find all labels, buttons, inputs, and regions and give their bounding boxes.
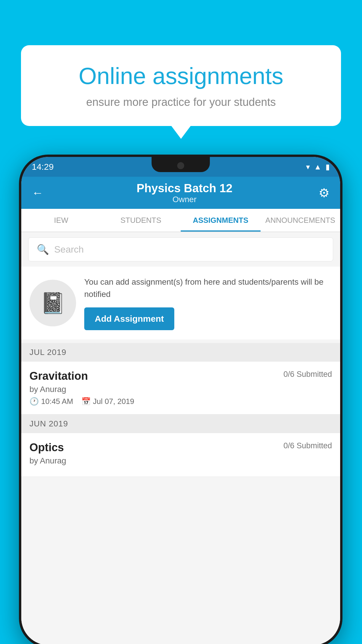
header-title-block: Physics Batch 12 Owner bbox=[50, 182, 319, 204]
status-time: 14:29 bbox=[32, 162, 54, 172]
speech-bubble-container: Online assignments ensure more practice … bbox=[21, 45, 341, 126]
tab-iew[interactable]: IEW bbox=[21, 209, 101, 232]
app-header: ← Physics Batch 12 Owner ⚙ bbox=[21, 177, 340, 209]
assignment-by-gravitation: by Anurag bbox=[29, 385, 332, 394]
section-jun-2019: JUN 2019 bbox=[21, 414, 340, 433]
header-title: Physics Batch 12 bbox=[50, 182, 319, 195]
assignment-top: Gravitation 0/6 Submitted bbox=[29, 370, 332, 382]
assignment-name-optics: Optics bbox=[29, 441, 64, 454]
back-button[interactable]: ← bbox=[32, 186, 43, 200]
tab-assignments[interactable]: ASSIGNMENTS bbox=[181, 209, 261, 232]
promo-icon-circle: 📓 bbox=[29, 280, 76, 326]
assignment-name-gravitation: Gravitation bbox=[29, 370, 88, 382]
status-icons: ▾ ▲ ▮ bbox=[306, 162, 330, 172]
search-placeholder: Search bbox=[54, 244, 84, 255]
promo-right: You can add assignment(s) from here and … bbox=[84, 276, 332, 330]
content-area: 🔍 Search 📓 You can add assignment(s) fro… bbox=[21, 232, 340, 644]
notch bbox=[152, 157, 210, 172]
bubble-title: Online assignments bbox=[41, 63, 321, 90]
assignment-submitted-gravitation: 0/6 Submitted bbox=[283, 370, 332, 379]
promo-text: You can add assignment(s) from here and … bbox=[84, 276, 332, 300]
assignment-meta-gravitation: 🕐 10:45 AM 📅 Jul 07, 2019 bbox=[29, 397, 332, 406]
phone-frame: 14:29 ▾ ▲ ▮ ← Physics Batch 12 Owner ⚙ bbox=[19, 155, 342, 644]
assignment-by-optics: by Anurag bbox=[29, 456, 332, 466]
notebook-icon: 📓 bbox=[40, 291, 66, 315]
signal-icon: ▲ bbox=[314, 162, 321, 172]
tab-students[interactable]: STUDENTS bbox=[101, 209, 181, 232]
assignment-optics[interactable]: Optics 0/6 Submitted by Anurag bbox=[21, 433, 340, 477]
assignment-date-gravitation: Jul 07, 2019 bbox=[93, 397, 134, 406]
phone-inner: 14:29 ▾ ▲ ▮ ← Physics Batch 12 Owner ⚙ bbox=[21, 157, 340, 644]
assignment-time-gravitation: 10:45 AM bbox=[41, 397, 73, 406]
bubble-subtitle: ensure more practice for your students bbox=[41, 96, 321, 108]
speech-bubble: Online assignments ensure more practice … bbox=[21, 45, 341, 126]
front-camera bbox=[177, 162, 184, 169]
search-bar[interactable]: 🔍 Search bbox=[28, 237, 333, 261]
battery-icon: ▮ bbox=[326, 162, 330, 172]
header-subtitle: Owner bbox=[50, 195, 319, 204]
screen-content: 14:29 ▾ ▲ ▮ ← Physics Batch 12 Owner ⚙ bbox=[21, 157, 340, 644]
promo-block: 📓 You can add assignment(s) from here an… bbox=[21, 267, 340, 340]
assignment-top-optics: Optics 0/6 Submitted bbox=[29, 441, 332, 454]
meta-time-gravitation: 🕐 10:45 AM bbox=[29, 397, 73, 406]
settings-button[interactable]: ⚙ bbox=[319, 186, 330, 200]
tabs-bar: IEW STUDENTS ASSIGNMENTS ANNOUNCEMENTS bbox=[21, 209, 340, 232]
add-assignment-button[interactable]: Add Assignment bbox=[84, 307, 174, 330]
section-jul-2019: JUL 2019 bbox=[21, 343, 340, 362]
meta-date-gravitation: 📅 Jul 07, 2019 bbox=[81, 397, 134, 406]
calendar-icon: 📅 bbox=[81, 397, 91, 406]
tab-announcements[interactable]: ANNOUNCEMENTS bbox=[261, 209, 340, 232]
search-icon: 🔍 bbox=[37, 244, 49, 255]
clock-icon: 🕐 bbox=[29, 397, 39, 406]
assignment-submitted-optics: 0/6 Submitted bbox=[283, 441, 332, 450]
assignment-gravitation[interactable]: Gravitation 0/6 Submitted by Anurag 🕐 10… bbox=[21, 362, 340, 414]
wifi-icon: ▾ bbox=[306, 162, 310, 172]
